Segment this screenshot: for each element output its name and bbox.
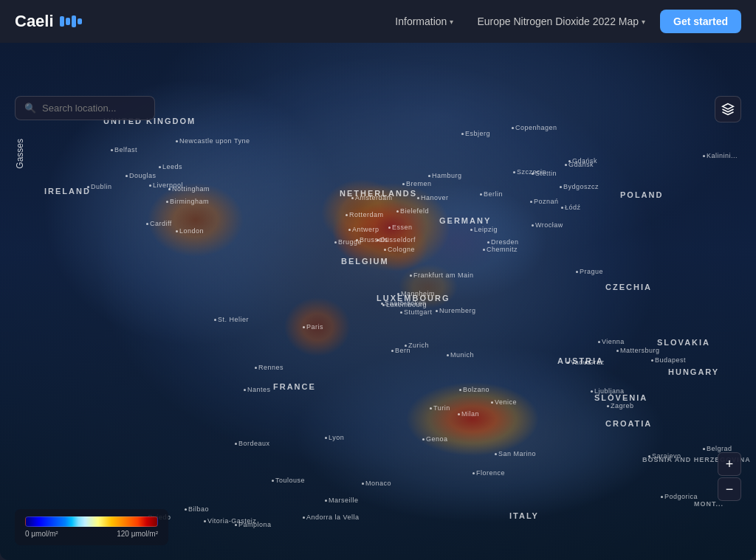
legend-min: 0 μmol/m² [25,530,58,538]
map-menu[interactable]: Europe Nitrogen Dioxide 2022 Map ▾ [468,11,654,32]
zoom-out-button[interactable]: − [718,477,741,501]
nav-right: Information ▾ Europe Nitrogen Dioxide 20… [386,10,741,33]
navbar: Caeli Information ▾ Europe Nitrogen Diox… [0,0,756,43]
map-container[interactable]: UNITED KINGDOMIRELANDNETHERLANDSBELGIUML… [0,43,756,560]
search-icon: 🔍 [24,103,36,114]
legend-max: 120 μmol/m² [117,530,158,538]
zoom-in-button[interactable]: + [718,452,741,476]
legend: 0 μmol/m² 120 μmol/m² [15,509,168,545]
land-overlay [0,43,756,560]
legend-labels: 0 μmol/m² 120 μmol/m² [25,530,158,538]
logo-icon [60,15,82,27]
information-menu[interactable]: Information ▾ [386,11,462,32]
chevron-down-icon: ▾ [642,18,645,26]
layers-icon [721,103,735,116]
legend-bar [25,516,158,527]
chevron-down-icon: ▾ [450,18,453,26]
zoom-controls: + − [718,452,741,501]
layers-button[interactable] [715,96,741,122]
logo: Caeli [15,12,82,31]
logo-text: Caeli [15,12,54,31]
svg-marker-0 [723,104,734,110]
search-input[interactable] [42,103,145,114]
search-box[interactable]: 🔍 [15,96,155,120]
gasses-label: Gasses [15,139,25,169]
get-started-button[interactable]: Get started [660,10,741,33]
